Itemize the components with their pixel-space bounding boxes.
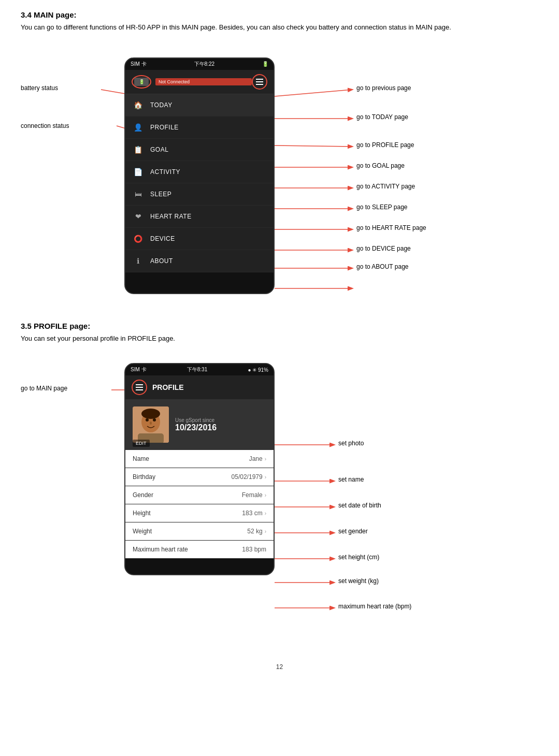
profile-hline-2 — [136, 387, 143, 388]
profile-icon: 👤 — [133, 122, 144, 133]
hamburger-line-1 — [256, 79, 263, 80]
menu-item-device[interactable]: ⭕ DEVICE — [125, 228, 274, 250]
birthday-chevron: › — [265, 474, 266, 480]
heartrate-label: HEART RATE — [150, 213, 192, 220]
profile-row-maxhr[interactable]: Maximum heart rate 183 bpm — [125, 541, 274, 559]
goal-icon: 📋 — [133, 144, 144, 155]
ann-about-page: go to ABOUT page — [356, 263, 409, 270]
ann-set-height: set height (cm) — [338, 554, 379, 561]
ann-max-hr: maximum heart rate (bpm) — [338, 603, 411, 610]
weight-value: 52 kg › — [247, 528, 266, 535]
ann-set-gender: set gender — [338, 528, 368, 535]
activity-icon: 📄 — [133, 166, 144, 178]
menu-item-about[interactable]: ℹ ABOUT — [125, 250, 274, 272]
hamburger-line-3 — [256, 84, 263, 85]
menu-item-sleep[interactable]: 🛏 SLEEP — [125, 183, 274, 206]
about-icon: ℹ — [133, 255, 144, 267]
profile-toolbar: PROFILE — [125, 375, 274, 399]
name-label: Name — [133, 455, 149, 462]
gender-value: Female › — [242, 491, 266, 499]
sleep-icon: 🛏 — [133, 188, 144, 200]
profile-time: 下午8:31 — [187, 366, 207, 373]
ann-profile-page: go to PROFILE page — [356, 141, 414, 149]
height-value: 183 cm › — [242, 510, 266, 517]
name-chevron: › — [265, 456, 266, 462]
device-label: DEVICE — [150, 235, 175, 242]
svg-point-24 — [153, 418, 156, 421]
ann-set-photo: set photo — [338, 440, 364, 447]
time: 下午8:22 — [194, 61, 214, 68]
profile-signal: ● ✳ 91% — [248, 367, 268, 373]
profile-hamburger-circle[interactable] — [132, 380, 147, 395]
profile-start-date: 10/23/2016 — [175, 423, 217, 432]
ann-set-dob: set date of birth — [338, 502, 381, 509]
page-number: 12 — [21, 663, 538, 671]
ann-activity-page: go to ACTIVITY page — [356, 183, 415, 190]
profile-hero: Use gSport since 10/23/2016 EDIT — [125, 399, 274, 450]
device-icon: ⭕ — [133, 233, 144, 244]
ann-set-weight: set weight (kg) — [338, 577, 379, 585]
weight-chevron: › — [265, 529, 266, 534]
section-34: 3.4 MAIN page: You can go to different f… — [21, 10, 538, 301]
profile-row-weight[interactable]: Weight 52 kg › — [125, 522, 274, 541]
activity-label: ACTIVITY — [150, 168, 180, 176]
menu-item-profile[interactable]: 👤 PROFILE — [125, 117, 274, 139]
menu-item-today[interactable]: 🏠 TODAY — [125, 94, 274, 117]
phone-bottom-area — [125, 272, 274, 293]
profile-statusbar: SIM 卡 下午8:31 ● ✳ 91% — [125, 364, 274, 375]
birthday-label: Birthday — [133, 473, 155, 481]
svg-line-4 — [275, 146, 352, 147]
diagram2-arrows — [21, 353, 539, 653]
profile-user-info: Use gSport since 10/23/2016 — [175, 417, 217, 432]
label-go-main: go to MAIN page — [21, 385, 67, 392]
birthday-value: 05/02/1979 › — [232, 473, 266, 481]
svg-point-23 — [146, 418, 149, 421]
section-35-title: 3.5 PROFILE page: — [21, 322, 538, 330]
profile-row-name[interactable]: Name Jane › — [125, 450, 274, 468]
ann-today-page: go to TODAY page — [356, 113, 408, 121]
profile-page-phone: SIM 卡 下午8:31 ● ✳ 91% PROFILE — [124, 363, 275, 575]
carrier: SIM 卡 — [131, 61, 147, 68]
profile-page-title: PROFILE — [152, 383, 184, 391]
label-battery-status: battery status — [21, 84, 58, 92]
ann-prev-page: go to previous page — [356, 84, 411, 92]
menu-item-heartrate[interactable]: ❤ HEART RATE — [125, 206, 274, 228]
main-statusbar: SIM 卡 下午8:22 🔋 — [125, 59, 274, 70]
label-connection-status: connection status — [21, 122, 69, 129]
avatar-svg — [133, 406, 169, 443]
profile-phone-bottom — [125, 559, 274, 574]
section-35-desc: You can set your personal profile in PRO… — [21, 333, 538, 344]
maxhr-label: Maximum heart rate — [133, 546, 188, 553]
hamburger-line-2 — [256, 81, 263, 82]
about-label: ABOUT — [150, 257, 173, 265]
menu-item-activity[interactable]: 📄 ACTIVITY — [125, 161, 274, 183]
today-icon: 🏠 — [133, 99, 144, 111]
battery-icon: 🔋 — [134, 78, 149, 86]
ann-heartrate-page: go to HEART RATE page — [356, 224, 426, 231]
profile-hamburger[interactable] — [134, 382, 145, 392]
hamburger-button[interactable] — [254, 77, 265, 87]
profile-carrier: SIM 卡 — [131, 366, 147, 373]
hamburger-circle[interactable] — [252, 74, 267, 90]
svg-line-2 — [275, 90, 352, 96]
section-34-desc: You can go to different functions of HR-… — [21, 22, 538, 33]
name-value: Jane › — [249, 455, 266, 462]
profile-row-birthday[interactable]: Birthday 05/02/1979 › — [125, 468, 274, 486]
svg-point-22 — [141, 409, 160, 419]
sleep-label: SLEEP — [150, 191, 171, 198]
maxhr-value: 183 bpm — [242, 546, 266, 553]
avatar — [133, 406, 169, 443]
edit-button[interactable]: EDIT — [133, 440, 150, 447]
not-connected-badge: Not Connected — [155, 78, 252, 85]
weight-label: Weight — [133, 528, 152, 535]
profile-row-height[interactable]: Height 183 cm › — [125, 504, 274, 522]
profile-hline-3 — [136, 389, 143, 390]
diagram2-container: go to MAIN page SIM 卡 下午8:31 ● ✳ 91% — [21, 353, 538, 653]
profile-row-gender[interactable]: Gender Female › — [125, 486, 274, 504]
ann-sleep-page: go to SLEEP page — [356, 203, 408, 211]
diagram1-container: battery status connection status SIM 卡 下… — [21, 42, 538, 301]
section-35: 3.5 PROFILE page: You can set your perso… — [21, 322, 538, 653]
menu-item-goal[interactable]: 📋 GOAL — [125, 139, 274, 161]
heartrate-icon: ❤ — [133, 211, 144, 222]
ann-set-name: set name — [338, 476, 364, 483]
